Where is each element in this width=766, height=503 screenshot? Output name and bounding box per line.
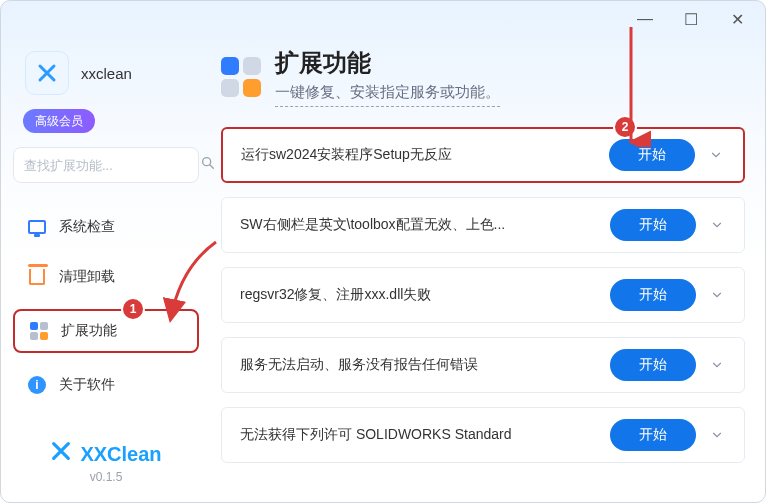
nav-label: 系统检查 [59,218,115,236]
list-item[interactable]: 无法获得下列许可 SOLIDWORKS Standard 开始 [221,407,745,463]
chevron-down-icon[interactable] [702,288,732,302]
titlebar: — ☐ ✕ [1,1,765,37]
start-button[interactable]: 开始 [610,209,696,241]
search-box[interactable] [13,147,199,183]
nav-item-about[interactable]: i 关于软件 [13,363,199,407]
app-window: — ☐ ✕ xxclean 高级会员 系统检查 [0,0,766,503]
nav-label: 清理卸载 [59,268,115,286]
callout-badge-2: 2 [615,117,635,137]
item-title: 无法获得下列许可 SOLIDWORKS Standard [240,426,610,444]
start-button[interactable]: 开始 [610,419,696,451]
brand-icon [25,51,69,95]
chevron-down-icon[interactable] [701,148,731,162]
item-title: SW右侧栏是英文\toolbox配置无效、上色... [240,216,610,234]
maximize-button[interactable]: ☐ [669,4,713,34]
start-button[interactable]: 开始 [610,349,696,381]
page-header: 扩展功能 一键修复、安装指定服务或功能。 [221,47,745,107]
nav-label: 关于软件 [59,376,115,394]
nav-item-cleanup[interactable]: 清理卸载 [13,255,199,299]
svg-point-0 [203,158,211,166]
chevron-down-icon[interactable] [702,428,732,442]
start-button[interactable]: 开始 [609,139,695,171]
item-title: regsvr32修复、注册xxx.dll失败 [240,286,610,304]
footer-logo-icon [50,440,72,468]
callout-badge-1: 1 [123,299,143,319]
info-icon: i [27,376,47,394]
trash-icon [27,269,47,285]
nav: 系统检查 清理卸载 扩展功能 1 i 关于软件 [13,205,199,407]
main-panel: 扩展功能 一键修复、安装指定服务或功能。 2 运行sw2024安装程序Setup… [211,37,765,502]
brand: xxclean [13,37,199,101]
nav-item-extensions[interactable]: 扩展功能 1 [13,309,199,353]
tiles-icon [29,322,49,340]
list-item[interactable]: SW右侧栏是英文\toolbox配置无效、上色... 开始 [221,197,745,253]
brand-name: xxclean [81,65,132,82]
search-input[interactable] [24,158,192,173]
chevron-down-icon[interactable] [702,218,732,232]
list-item[interactable]: 服务无法启动、服务没有报告任何错误 开始 [221,337,745,393]
item-title: 运行sw2024安装程序Setup无反应 [241,146,609,164]
monitor-icon [27,220,47,234]
page-title: 扩展功能 [275,47,500,79]
chevron-down-icon[interactable] [702,358,732,372]
start-button[interactable]: 开始 [610,279,696,311]
nav-item-syscheck[interactable]: 系统检查 [13,205,199,249]
vip-badge: 高级会员 [23,109,95,133]
header-tiles-icon [221,57,261,97]
nav-label: 扩展功能 [61,322,117,340]
footer-version: v0.1.5 [13,470,199,484]
close-button[interactable]: ✕ [715,4,759,34]
list-item[interactable]: 2 运行sw2024安装程序Setup无反应 开始 [221,127,745,183]
page-subtitle: 一键修复、安装指定服务或功能。 [275,83,500,107]
sidebar: xxclean 高级会员 系统检查 清理卸载 [1,37,211,502]
footer-brand: XXClean v0.1.5 [13,440,199,488]
item-title: 服务无法启动、服务没有报告任何错误 [240,356,610,374]
minimize-button[interactable]: — [623,4,667,34]
list-item[interactable]: regsvr32修复、注册xxx.dll失败 开始 [221,267,745,323]
footer-name: XXClean [80,443,161,466]
extension-list: 2 运行sw2024安装程序Setup无反应 开始 SW右侧栏是英文\toolb… [221,127,745,463]
